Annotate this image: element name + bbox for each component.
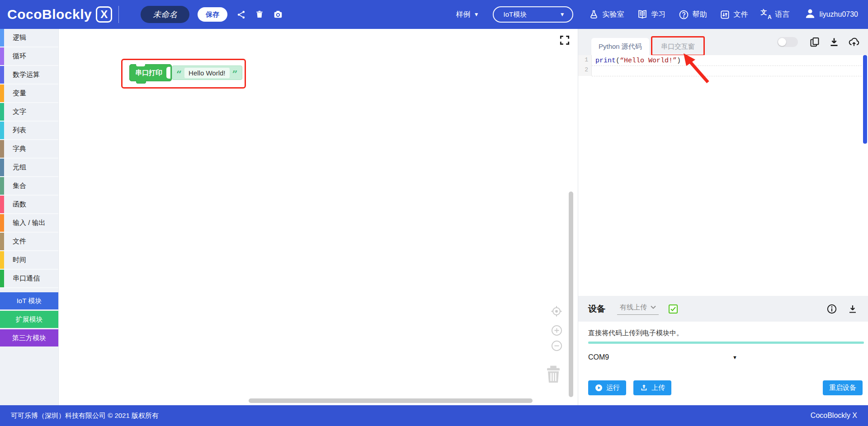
- upload-hint-text: 直接将代码上传到电子模块中。: [588, 329, 683, 337]
- serial-print-block-body[interactable]: 串口打印: [129, 64, 172, 81]
- sidebar-module-1[interactable]: 扩展模块: [0, 311, 58, 328]
- code-line-2[interactable]: [592, 66, 862, 76]
- serial-port-select[interactable]: COM9 ▼: [588, 351, 737, 364]
- copy-code-icon[interactable]: [809, 37, 820, 47]
- sidebar-category-6[interactable]: 字典: [0, 140, 58, 159]
- open-quote-icon: “: [176, 69, 182, 79]
- close-quote-icon: ”: [232, 69, 238, 79]
- sidebar-module-2[interactable]: 第三方模块: [0, 329, 58, 346]
- restart-device-button[interactable]: 重启设备: [823, 380, 863, 395]
- sidebar-category-4[interactable]: 文字: [0, 103, 58, 122]
- code-toggle-switch[interactable]: [777, 37, 798, 47]
- sidebar-category-0[interactable]: 逻辑: [0, 29, 58, 47]
- sidebar-category-10[interactable]: 输入 / 输出: [0, 214, 58, 233]
- category-label: 时间: [13, 256, 26, 264]
- flask-icon: [589, 9, 599, 20]
- sidebar-module-0[interactable]: IoT 模块: [0, 292, 58, 309]
- tab-python-source[interactable]: Python 源代码: [591, 38, 649, 55]
- category-label: 集合: [13, 182, 26, 190]
- save-button[interactable]: 保存: [198, 7, 227, 22]
- run-label: 运行: [606, 384, 620, 392]
- nav-label: 帮助: [693, 10, 707, 19]
- string-value-block[interactable]: “ Hello World! ”: [172, 66, 242, 80]
- code-scrollbar[interactable]: [863, 55, 867, 144]
- download-code-icon[interactable]: [829, 37, 840, 47]
- nav-book[interactable]: 学习: [637, 9, 666, 20]
- category-label: 串口通信: [13, 274, 40, 283]
- app-footer: 可可乐博（深圳）科技有限公司 © 2021 版权所有 CocoBlockly X: [0, 405, 868, 426]
- logo-text: CocoBlockly: [7, 7, 92, 22]
- category-color-strip: [0, 66, 4, 84]
- device-title: 设备: [588, 303, 605, 315]
- blockly-workspace[interactable]: 串口打印 “ Hello World! ”: [58, 29, 578, 405]
- trash-icon[interactable]: [255, 10, 264, 19]
- block-category-sidebar: 逻辑循环数学运算变量文字列表字典元组集合函数输入 / 输出文件时间串口通信 Io…: [0, 29, 58, 405]
- sidebar-category-13[interactable]: 串口通信: [0, 270, 58, 288]
- book-icon: [637, 9, 648, 20]
- zoom-in-icon[interactable]: [551, 324, 563, 338]
- code-keyword: print: [595, 57, 616, 65]
- device-actions: 运行 上传 重启设备: [588, 380, 863, 395]
- trash-can-icon[interactable]: [542, 363, 564, 387]
- code-line-1[interactable]: print(“Hello World!”): [592, 56, 862, 66]
- device-toolbar: [826, 304, 858, 314]
- sidebar-category-8[interactable]: 集合: [0, 177, 58, 196]
- center-workspace-icon[interactable]: [550, 304, 563, 320]
- upload-mode-value: 有线上传: [620, 303, 647, 312]
- username: liyuzhu0730: [820, 10, 858, 19]
- device-checkbox[interactable]: [669, 304, 678, 314]
- nav-language[interactable]: 文A语言: [761, 9, 790, 20]
- language-icon: 文A: [761, 9, 772, 20]
- code-editor[interactable]: 1 2 print(“Hello World!”): [578, 55, 868, 296]
- upload-label: 上传: [651, 384, 665, 392]
- nav-file-transfer[interactable]: 文件: [720, 9, 748, 20]
- chevron-down-icon: ▼: [474, 11, 479, 18]
- header-divider: [118, 6, 119, 23]
- user-menu[interactable]: liyuzhu0730: [804, 8, 858, 21]
- footer-brand: CocoBlockly X: [811, 412, 857, 420]
- canvas-vertical-scrollbar[interactable]: [569, 192, 573, 397]
- sidebar-category-5[interactable]: 列表: [0, 122, 58, 140]
- info-icon[interactable]: [826, 304, 837, 314]
- firmware-download-icon[interactable]: [847, 304, 858, 314]
- logo-x-badge: X: [96, 6, 112, 23]
- app-logo: CocoBlockly X: [7, 6, 112, 23]
- samples-dropdown[interactable]: 样例 ▼: [456, 10, 479, 19]
- camera-icon[interactable]: [273, 9, 283, 19]
- nav-flask[interactable]: 实验室: [589, 9, 624, 20]
- category-color-strip: [0, 84, 4, 102]
- zoom-out-icon[interactable]: [551, 340, 563, 354]
- nav-label: 学习: [651, 10, 666, 19]
- serial-print-block[interactable]: 串口打印 “ Hello World! ”: [129, 64, 242, 81]
- nav-label: 语言: [775, 10, 790, 19]
- string-value[interactable]: Hello World!: [184, 68, 229, 78]
- canvas-horizontal-scrollbar[interactable]: [249, 398, 533, 403]
- project-name-pill[interactable]: 未命名: [141, 6, 189, 23]
- module-select[interactable]: IoT模块 ▼: [493, 6, 573, 23]
- sidebar-category-9[interactable]: 函数: [0, 196, 58, 214]
- nav-label: 实验室: [603, 10, 624, 19]
- category-color-strip: [0, 196, 4, 213]
- fullscreen-icon[interactable]: [559, 34, 571, 48]
- samples-label: 样例: [456, 10, 471, 19]
- sidebar-category-2[interactable]: 数学运算: [0, 66, 58, 84]
- category-label: 列表: [13, 126, 26, 135]
- share-icon[interactable]: [236, 10, 246, 19]
- sidebar-category-1[interactable]: 循环: [0, 47, 58, 66]
- category-label: 循环: [13, 52, 26, 61]
- sidebar-category-11[interactable]: 文件: [0, 233, 58, 251]
- upload-button[interactable]: 上传: [633, 380, 671, 395]
- category-label: 输入 / 输出: [13, 219, 46, 227]
- sidebar-category-3[interactable]: 变量: [0, 84, 58, 103]
- upload-mode-dropdown[interactable]: 有线上传: [617, 303, 659, 315]
- sidebar-category-12[interactable]: 时间: [0, 251, 58, 270]
- cloud-upload-icon[interactable]: [848, 36, 860, 48]
- category-label: 元组: [13, 163, 26, 172]
- code-paren: (: [616, 57, 620, 65]
- run-button[interactable]: 运行: [588, 380, 626, 395]
- sidebar-category-7[interactable]: 元组: [0, 159, 58, 177]
- nav-help[interactable]: 帮助: [679, 9, 707, 20]
- header-nav: 实验室学习帮助文件文A语言: [589, 9, 790, 20]
- tab-serial-monitor[interactable]: 串口交互窗: [654, 38, 702, 55]
- category-label: 变量: [13, 89, 26, 98]
